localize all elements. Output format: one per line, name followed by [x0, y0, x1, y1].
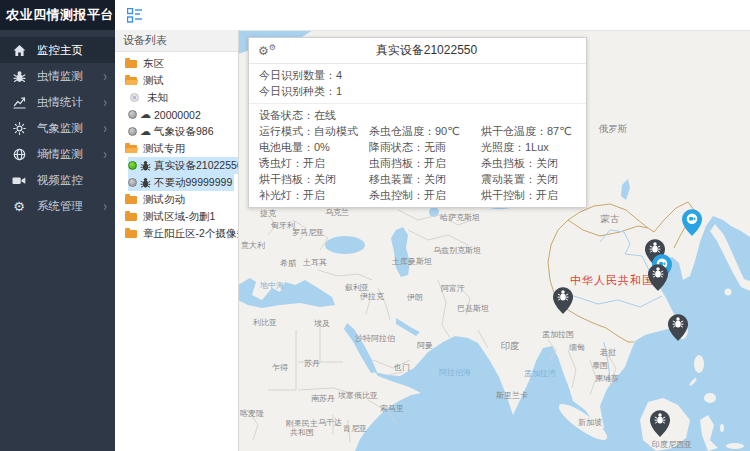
camera-icon — [12, 173, 26, 187]
sidebar-item-label: 虫情监测 — [37, 69, 103, 84]
popup-field: 降雨状态：无雨 — [369, 139, 481, 155]
tree-label: 真实设备21022550 — [154, 159, 239, 173]
sidebar-item-insect-stats[interactable]: 虫情统计› — [0, 89, 115, 115]
tree-folder[interactable]: 测试区域-勿删1 — [115, 208, 238, 225]
map-pin-weather[interactable] — [682, 209, 702, 236]
popup-field: 诱虫灯：开启 — [259, 155, 369, 171]
tree-label: 测试专用 — [143, 142, 185, 156]
tree-device[interactable]: 真实设备21022550 — [115, 157, 238, 174]
popup-today-section: 今日识别数量：4 今日识别种类：1 — [249, 64, 586, 104]
sidebar-item-insect-monitor[interactable]: 虫情监测› — [0, 63, 115, 89]
popup-header: ⚙⚙ 真实设备21022550 — [249, 38, 586, 64]
device-list-header: 设备列表 — [115, 30, 238, 52]
sidebar-item-label: 气象监测 — [37, 121, 103, 136]
sidebar-item-video-monitor[interactable]: 视频监控 — [0, 167, 115, 193]
device-tree: 东区测试未知☁20000002☁气象设备986测试专用真实设备21022550不… — [115, 52, 238, 242]
tree-device[interactable]: ☁20000002 — [115, 106, 238, 123]
sidebar-item-label: 视频监控 — [37, 173, 107, 188]
gear-icon: ⚙ — [12, 199, 26, 213]
tree-device[interactable]: ☁气象设备986 — [115, 123, 238, 140]
sun-icon — [12, 121, 26, 135]
status-dot-offline — [128, 178, 137, 187]
chevron-right-icon: › — [103, 95, 107, 109]
folder-icon — [125, 230, 137, 238]
popup-grid-row: 诱虫灯：开启虫雨挡板：开启杀虫挡板：关闭 — [259, 155, 576, 171]
sidebar-item-weather-monitor[interactable]: 气象监测› — [0, 115, 115, 141]
tree-folder[interactable]: 测试勿动 — [115, 191, 238, 208]
popup-field: 移虫装置：关闭 — [369, 171, 481, 187]
topbar — [115, 0, 750, 31]
popup-grid-row: 运行模式：自动模式杀虫仓温度：90℃烘干仓温度：87℃ — [259, 123, 576, 139]
tree-device[interactable]: 不要动99999999 — [115, 174, 238, 191]
tree-label: 气象设备986 — [154, 125, 214, 139]
home-icon — [12, 43, 26, 57]
popup-grid-row: 电池电量：0%降雨状态：无雨光照度：1Lux — [259, 139, 576, 155]
tree-folder[interactable]: 东区 — [115, 55, 238, 72]
sidebar: 农业四情测报平台 监控主页虫情监测›虫情统计›气象监测›墒情监测›视频监控⚙系统… — [0, 0, 115, 451]
status-dot-online — [128, 161, 137, 170]
popup-title: 真实设备21022550 — [276, 42, 577, 59]
popup-field: 烘干挡板：关闭 — [259, 171, 369, 187]
popup-status-grid: 运行模式：自动模式杀虫仓温度：90℃烘干仓温度：87℃电池电量：0%降雨状态：无… — [259, 123, 576, 203]
folder-icon — [125, 60, 137, 68]
device-panel: 设备列表 东区测试未知☁20000002☁气象设备986测试专用真实设备2102… — [115, 30, 239, 451]
status-dot-offline — [128, 127, 137, 136]
folder-icon — [125, 145, 137, 153]
tree-label: 测试勿动 — [143, 193, 185, 207]
cogs-icon[interactable]: ⚙⚙ — [258, 44, 276, 57]
status-dot-offline — [128, 110, 137, 119]
tree-label: 测试区域-勿删1 — [143, 210, 215, 224]
chart-icon — [12, 95, 26, 109]
bug-icon — [140, 177, 151, 189]
popup-grid-row: 烘干挡板：关闭移虫装置：关闭震动装置：关闭 — [259, 171, 576, 187]
popup-field: 杀虫仓温度：90℃ — [369, 123, 481, 139]
sidebar-menu: 监控主页虫情监测›虫情统计›气象监测›墒情监测›视频监控⚙系统管理› — [0, 30, 115, 219]
folder-icon — [125, 196, 137, 204]
sidebar-item-label: 虫情统计 — [37, 95, 103, 110]
sidebar-item-label: 墒情监测 — [37, 147, 103, 162]
bug-icon — [12, 69, 26, 83]
popup-status-section: 设备状态：在线 运行模式：自动模式杀虫仓温度：90℃烘干仓温度：87℃电池电量：… — [249, 104, 586, 207]
tree-device[interactable]: 未知 — [115, 89, 238, 106]
popup-field: 杀虫挡板：关闭 — [481, 155, 576, 171]
tree-folder[interactable]: 章丘阳丘区-2个摄像头 — [115, 225, 238, 242]
map-pin-insect[interactable] — [648, 264, 668, 291]
cloud-icon: ☁ — [140, 126, 151, 137]
tree-label: 测试 — [143, 74, 164, 88]
popup-grid-row: 补光灯：开启杀虫控制：开启烘干控制：开启 — [259, 187, 576, 203]
chevron-right-icon: › — [103, 121, 107, 135]
chevron-right-icon: › — [103, 199, 107, 213]
device-status: 设备状态：在线 — [259, 107, 576, 123]
sidebar-item-label: 监控主页 — [37, 43, 107, 58]
map-canvas[interactable]: 俄罗斯蒙古中华人民共和国捷克乌克兰哈萨克斯坦匈牙利罗马尼亚意大利乌兹别克斯坦希腊… — [238, 30, 750, 451]
unknown-marker-icon — [130, 93, 139, 102]
tree-label: 未知 — [147, 91, 168, 105]
folder-icon — [125, 213, 137, 221]
popup-field: 运行模式：自动模式 — [259, 123, 369, 139]
map-pin-insect[interactable] — [650, 410, 670, 437]
map-pin-insect[interactable] — [553, 287, 573, 314]
cloud-icon: ☁ — [140, 109, 151, 120]
app-title: 农业四情测报平台 — [0, 0, 115, 30]
today-count: 今日识别数量：4 — [259, 67, 576, 83]
tree-folder[interactable]: 测试 — [115, 72, 238, 89]
tree-label: 东区 — [143, 57, 164, 71]
sidebar-item-monitor-home[interactable]: 监控主页 — [0, 37, 115, 63]
popup-field: 虫雨挡板：开启 — [369, 155, 481, 171]
tree-label: 20000002 — [154, 109, 201, 121]
today-species: 今日识别种类：1 — [259, 83, 576, 99]
chevron-right-icon: › — [103, 147, 107, 161]
device-list-toggle-icon[interactable] — [127, 8, 142, 23]
popup-field: 杀虫控制：开启 — [369, 187, 481, 203]
tree-label: 章丘阳丘区-2个摄像头 — [143, 227, 239, 241]
tree-label: 不要动99999999 — [154, 176, 232, 190]
popup-field: 光照度：1Lux — [481, 139, 576, 155]
folder-icon — [125, 77, 137, 85]
globe-icon — [12, 147, 26, 161]
sidebar-item-soil-monitor[interactable]: 墒情监测› — [0, 141, 115, 167]
tree-folder[interactable]: 测试专用 — [115, 140, 238, 157]
map-pin-insect[interactable] — [668, 314, 688, 341]
device-info-popup: ⚙⚙ 真实设备21022550 今日识别数量：4 今日识别种类：1 设备状态：在… — [248, 37, 587, 208]
sidebar-item-system-manage[interactable]: ⚙系统管理› — [0, 193, 115, 219]
popup-field: 烘干控制：开启 — [481, 187, 576, 203]
